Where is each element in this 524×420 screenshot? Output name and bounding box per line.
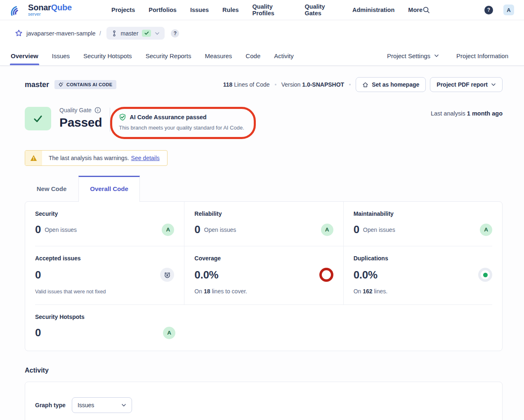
nav-item-quality-profiles[interactable]: Quality Profiles xyxy=(253,3,291,17)
branch-icon xyxy=(111,30,117,37)
metric-security-hotspots: Security Hotspots 0 A xyxy=(25,305,185,351)
metric-maintainability: Maintainability 0 Open issues A xyxy=(343,202,502,246)
metric-title: Maintainability xyxy=(354,210,492,217)
logo-sub-label: server xyxy=(28,12,72,17)
main-nav: Projects Portfolios Issues Rules Quality… xyxy=(111,3,423,17)
dot-separator xyxy=(275,84,276,85)
coverage-ring-indicator xyxy=(319,268,333,282)
branch-selector[interactable]: master xyxy=(106,27,165,40)
metric-title: Security xyxy=(35,210,174,217)
quality-gate-label: Quality Gate xyxy=(59,107,92,113)
nav-item-rules[interactable]: Rules xyxy=(222,7,239,13)
tab-overview[interactable]: Overview xyxy=(10,47,39,65)
sonarqube-logo[interactable]: SonarQube server xyxy=(9,2,72,18)
activity-title: Activity xyxy=(25,367,503,374)
project-tab-bar: Overview Issues Security Hotspots Securi… xyxy=(0,46,524,66)
tab-measures[interactable]: Measures xyxy=(204,47,233,65)
metric-value[interactable]: 0 xyxy=(35,326,41,339)
metric-subtitle: Valid issues that were not fixed xyxy=(35,289,174,295)
chevron-down-icon xyxy=(491,82,496,87)
nav-item-quality-gates[interactable]: Quality Gates xyxy=(305,3,339,17)
metric-value[interactable]: 0 xyxy=(35,269,41,281)
breadcrumb-project-name[interactable]: javaparser-maven-sample xyxy=(26,30,96,37)
tab-code[interactable]: Code xyxy=(245,47,261,65)
maintainability-rating-badge[interactable]: A xyxy=(480,224,492,236)
quality-gate-status: Passed xyxy=(59,116,102,130)
tab-activity[interactable]: Activity xyxy=(273,47,295,65)
chevron-down-icon xyxy=(155,31,160,36)
branch-title: master xyxy=(25,80,49,89)
quality-gate-passed-icon xyxy=(25,107,51,130)
branch-quality-gate-passed-icon xyxy=(142,30,151,37)
nav-item-projects[interactable]: Projects xyxy=(111,7,135,13)
hotspots-rating-badge[interactable]: A xyxy=(163,327,175,339)
ai-sparkle-icon xyxy=(58,82,64,87)
nav-item-more[interactable]: More xyxy=(408,7,423,13)
metric-accepted-issues: Accepted issues 0 Valid issues that were… xyxy=(25,246,184,304)
project-settings-menu[interactable]: Project Settings xyxy=(387,52,439,59)
help-icon[interactable]: ? xyxy=(484,6,493,14)
nav-item-administration[interactable]: Administration xyxy=(352,7,394,13)
dot-separator xyxy=(349,84,351,85)
warning-text: The last analysis has warnings. xyxy=(49,155,129,161)
duplications-dot xyxy=(483,273,488,277)
ai-assurance-shield-icon xyxy=(119,113,126,121)
metric-label[interactable]: Open issues xyxy=(45,227,77,233)
tab-issues[interactable]: Issues xyxy=(51,47,71,65)
metric-title: Reliability xyxy=(194,210,333,217)
metric-value[interactable]: 0 xyxy=(35,223,41,236)
annotation-highlight-ellipse xyxy=(110,107,256,139)
nav-item-portfolios[interactable]: Portfolios xyxy=(149,7,177,13)
see-details-link[interactable]: See details xyxy=(131,155,160,161)
security-rating-badge[interactable]: A xyxy=(162,224,174,236)
metric-label[interactable]: Open issues xyxy=(204,227,236,233)
branch-name: master xyxy=(121,30,139,37)
metric-value[interactable]: 0.0% xyxy=(354,269,378,281)
ai-assurance-title: AI Code Assurance passed xyxy=(130,114,206,120)
metric-duplications: Duplications 0.0% On 162 lines. xyxy=(343,246,502,304)
overall-code-metrics-card: Security 0 Open issues A Reliability 0 O… xyxy=(25,201,503,351)
reliability-rating-badge[interactable]: A xyxy=(321,224,333,236)
logo-wordmark: SonarQube xyxy=(28,3,72,12)
sonarqube-logo-icon xyxy=(9,2,25,18)
project-header: master CONTAINS AI CODE 118 Lines of Cod… xyxy=(0,66,524,92)
metric-coverage: Coverage 0.0% On 18 lines to cover. xyxy=(184,246,343,304)
metric-value[interactable]: 0 xyxy=(194,223,200,236)
graph-type-value: Issues xyxy=(78,402,94,408)
favorite-star-icon[interactable] xyxy=(15,29,23,37)
lines-of-code: 118 Lines of Code xyxy=(223,81,270,88)
version: Version 1.0-SNAPSHOT xyxy=(281,81,345,88)
analysis-warning-banner: The last analysis has warnings. See deta… xyxy=(25,150,168,166)
metric-description: On 18 lines to cover. xyxy=(194,288,333,295)
metric-value[interactable]: 0 xyxy=(354,223,359,236)
metric-title: Coverage xyxy=(194,255,333,262)
metric-reliability: Reliability 0 Open issues A xyxy=(184,202,343,246)
quality-gate-section: Quality Gate Passed AI Code Assurance pa… xyxy=(0,92,524,139)
tab-security-reports[interactable]: Security Reports xyxy=(145,47,192,65)
tab-security-hotspots[interactable]: Security Hotspots xyxy=(83,47,133,65)
chevron-down-icon xyxy=(121,403,126,408)
warning-triangle-icon xyxy=(25,151,42,165)
metric-description: On 162 lines. xyxy=(354,288,492,295)
graph-type-select[interactable]: Issues xyxy=(72,397,132,413)
nav-item-issues[interactable]: Issues xyxy=(190,7,209,13)
top-navigation-bar: SonarQube server Projects Portfolios Iss… xyxy=(0,0,524,20)
metric-label[interactable]: Open issues xyxy=(363,227,395,233)
project-pdf-report-button[interactable]: Project PDF report xyxy=(430,77,503,92)
avatar[interactable]: A xyxy=(503,5,514,15)
metric-value[interactable]: 0.0% xyxy=(194,269,218,281)
metric-security: Security 0 Open issues A xyxy=(25,202,184,246)
breadcrumb-separator: / xyxy=(99,30,101,37)
search-icon[interactable] xyxy=(423,6,430,14)
set-as-homepage-button[interactable]: Set as homepage xyxy=(356,77,426,92)
last-analysis: Last analysis 1 month ago xyxy=(431,107,503,117)
tab-new-code[interactable]: New Code xyxy=(25,176,78,201)
branch-help-icon[interactable]: ? xyxy=(171,29,179,38)
snooze-alarm-icon xyxy=(160,268,174,282)
project-information-button[interactable]: Project Information xyxy=(456,52,508,59)
overview-page: master CONTAINS AI CODE 118 Lines of Cod… xyxy=(0,66,524,420)
info-icon[interactable] xyxy=(94,107,101,113)
duplications-ring-indicator xyxy=(478,268,492,282)
activity-section: Activity Graph type Issues There is not … xyxy=(25,367,503,420)
tab-overall-code[interactable]: Overall Code xyxy=(78,176,140,202)
